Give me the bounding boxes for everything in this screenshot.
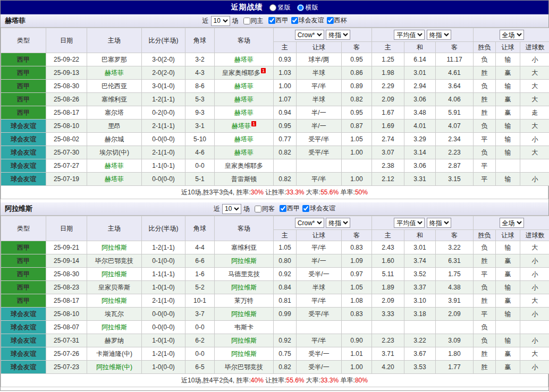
- match-date: 25-08-02: [46, 133, 87, 146]
- match-date: 25-07-19: [46, 173, 87, 186]
- period-select[interactable]: 全场: [500, 30, 524, 40]
- bookmaker-select[interactable]: Crow*: [295, 218, 324, 228]
- same-venue-filter[interactable]: 同主: [243, 16, 264, 25]
- recent-count-select[interactable]: 10: [222, 204, 241, 214]
- result-win-lose: 负: [474, 281, 496, 294]
- match-date: 25-08-17: [46, 294, 87, 308]
- away-team[interactable]: 毕尔巴鄂竞技: [215, 361, 274, 374]
- match-row: 西甲 25-08-30 阿拉维斯 1-1(1-1) 1-6 马德里竞技 0.92…: [1, 268, 549, 281]
- competition-checkbox[interactable]: [280, 205, 286, 212]
- competition-filter[interactable]: 西甲: [268, 16, 289, 25]
- result-handicap: 赢: [496, 347, 520, 361]
- home-team[interactable]: 卡斯迪隆(中): [87, 347, 142, 361]
- home-team[interactable]: 赫塔菲: [87, 173, 142, 186]
- handicap-away-odds: 0.82: [342, 93, 372, 106]
- handicap-home-odds: 0.82: [274, 361, 297, 374]
- away-team[interactable]: 阿拉维斯: [215, 347, 274, 361]
- home-team[interactable]: 阿拉维斯(中): [87, 361, 142, 374]
- away-team[interactable]: 赫塔菲: [215, 106, 274, 120]
- handicap-away-odds: 0.90: [342, 334, 372, 347]
- recent-count-select[interactable]: 10: [211, 16, 230, 26]
- same-venue-checkbox[interactable]: [255, 206, 261, 212]
- europe-home-odds: 1.60: [372, 254, 404, 268]
- away-team[interactable]: 皇家奥维耶多1: [215, 66, 274, 80]
- match-row: 球会友谊 25-07-31 赫罗纳 1-0(1-0) 6-2 阿拉维斯 0.92…: [1, 334, 549, 347]
- competition-type: 西甲: [1, 241, 46, 254]
- red-card-badge: 1: [261, 68, 266, 73]
- col-goals: 进球数: [520, 230, 549, 241]
- home-team[interactable]: 赫尔城: [87, 133, 142, 146]
- home-team[interactable]: 塞维利亚: [87, 93, 142, 106]
- home-team[interactable]: 赫罗纳: [87, 334, 142, 347]
- bookmaker-select[interactable]: Crow*: [295, 30, 324, 40]
- home-team[interactable]: 塞尔塔: [87, 106, 142, 120]
- away-team[interactable]: 阿拉维斯: [215, 281, 274, 294]
- europe-time-select[interactable]: 终指: [427, 30, 451, 40]
- home-team[interactable]: 阿拉维斯: [87, 241, 142, 254]
- away-team[interactable]: 赫塔菲: [215, 146, 274, 159]
- competition-checkbox[interactable]: [268, 17, 275, 24]
- handicap-time-select[interactable]: 终指: [326, 218, 350, 228]
- away-team[interactable]: 皇家奥维耶多: [215, 159, 274, 173]
- home-team[interactable]: 巴伦西亚: [87, 80, 142, 93]
- result-win-lose: 平: [474, 268, 496, 281]
- result-win-lose: 胜: [474, 361, 496, 374]
- competition-checkbox[interactable]: [327, 17, 334, 24]
- europe-home-odds: 2.09: [372, 93, 404, 106]
- period-select[interactable]: 全场: [500, 218, 524, 228]
- result-goals: 小: [520, 308, 549, 321]
- layout-horizontal-option[interactable]: 横版: [297, 3, 318, 12]
- home-team[interactable]: 里昂: [87, 120, 142, 133]
- handicap-home-odds: 1.03: [274, 66, 297, 80]
- home-team[interactable]: 埃瓦尔: [87, 308, 142, 321]
- competition-filter[interactable]: 西杯: [327, 16, 347, 25]
- score: 2-0(2-0): [142, 66, 185, 80]
- away-team[interactable]: 塞维利亚: [215, 241, 274, 254]
- away-team[interactable]: 赫塔菲1: [215, 120, 274, 133]
- away-team[interactable]: 赫塔菲: [215, 133, 274, 146]
- away-team[interactable]: 阿拉维斯: [215, 254, 274, 268]
- competition-checkbox[interactable]: [302, 205, 309, 212]
- europe-draw-odds: 3.14: [404, 146, 436, 159]
- match-date: 25-07-30: [46, 146, 87, 159]
- home-team[interactable]: 赫塔菲: [87, 66, 142, 80]
- away-team[interactable]: 赫塔菲: [215, 80, 274, 93]
- home-team[interactable]: 阿拉维斯: [87, 268, 142, 281]
- home-team[interactable]: 皇家贝蒂斯: [87, 281, 142, 294]
- home-team[interactable]: 巴塞罗那: [87, 53, 142, 66]
- away-team[interactable]: 莱万特: [215, 294, 274, 308]
- home-team[interactable]: 阿拉维斯: [87, 294, 142, 308]
- average-select[interactable]: 平均值: [394, 30, 425, 40]
- away-team[interactable]: 阿拉维斯: [215, 334, 274, 347]
- europe-time-select[interactable]: 终指: [427, 218, 451, 228]
- away-team[interactable]: 赫塔菲: [215, 53, 274, 66]
- away-team[interactable]: 韦斯卡: [215, 321, 274, 334]
- result-goals: 小: [520, 254, 549, 268]
- match-row: 球会友谊 25-08-10 埃瓦尔 0-0(0-0) 3-7 阿拉维斯 0.99…: [1, 308, 549, 321]
- competition-checkbox[interactable]: [291, 17, 298, 24]
- competition-filter[interactable]: 球会友谊: [291, 16, 324, 25]
- horizontal-radio[interactable]: [297, 4, 304, 11]
- result-win-lose: 胜: [474, 347, 496, 361]
- competition-filter[interactable]: 球会友谊: [302, 204, 335, 213]
- same-venue-filter[interactable]: 同客: [255, 204, 275, 214]
- competition-filter[interactable]: 西甲: [280, 204, 300, 213]
- handicap-line: 半球: [297, 93, 342, 106]
- home-team[interactable]: 阿拉维斯: [87, 321, 142, 334]
- competition-type: 西甲: [1, 53, 46, 66]
- home-team[interactable]: 埃尔切(中): [87, 146, 142, 159]
- result-win-lose: 负: [474, 120, 496, 133]
- away-team[interactable]: 普雷斯顿: [215, 173, 274, 186]
- handicap-time-select[interactable]: 终指: [326, 30, 350, 40]
- home-team[interactable]: 毕尔巴鄂竞技: [87, 254, 142, 268]
- vertical-radio[interactable]: [269, 4, 276, 11]
- away-team[interactable]: 马德里竞技: [215, 268, 274, 281]
- away-team[interactable]: 阿拉维斯: [215, 308, 274, 321]
- same-venue-checkbox[interactable]: [243, 18, 250, 24]
- layout-vertical-option[interactable]: 竖版: [269, 3, 291, 12]
- away-team[interactable]: 赫塔菲: [215, 93, 274, 106]
- average-select[interactable]: 平均值: [394, 218, 425, 228]
- corner-score: 8-6: [185, 80, 215, 93]
- home-team[interactable]: 赫塔菲: [87, 159, 142, 173]
- same-venue-label: 同主: [251, 16, 264, 25]
